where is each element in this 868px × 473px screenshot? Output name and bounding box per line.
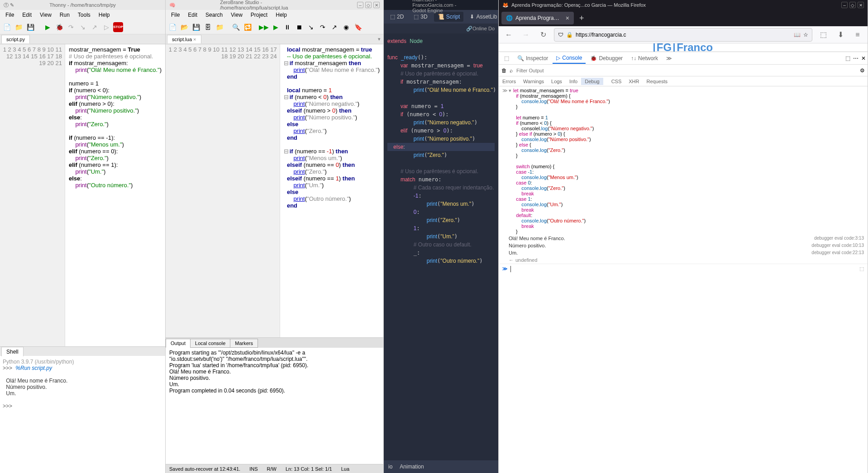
minimize-icon[interactable]: –: [357, 2, 363, 8]
thonny-code-editor[interactable]: 1 2 3 4 5 6 7 8 9 10 11 12 13 14 15 16 1…: [0, 44, 165, 346]
menu-file[interactable]: File: [2, 11, 18, 19]
reload-button[interactable]: ↻: [537, 28, 549, 41]
cat-info[interactable]: Info: [566, 78, 581, 85]
tab-markers[interactable]: Markers: [230, 339, 258, 348]
find-icon[interactable]: 🔍: [231, 22, 241, 32]
step-over-icon[interactable]: ↷: [318, 22, 328, 32]
minimize-icon[interactable]: –: [841, 2, 848, 8]
menu-run[interactable]: Run: [56, 11, 73, 19]
trash-icon[interactable]: 🗑: [501, 67, 507, 74]
tab-network[interactable]: ↑↓ Network: [627, 53, 662, 63]
devtools-close-icon[interactable]: ✕: [861, 55, 866, 61]
devtools-frames-icon[interactable]: ⬚: [845, 55, 850, 61]
pocket-icon[interactable]: ⬚: [817, 28, 830, 41]
tab-console[interactable]: ▷ Console: [553, 53, 586, 64]
stop-icon[interactable]: STOP: [113, 22, 123, 32]
devtools-picker-icon[interactable]: ⬚: [501, 53, 513, 63]
open-file-icon[interactable]: 📂: [179, 22, 189, 32]
tab-shell[interactable]: Shell: [1, 347, 24, 356]
menu-edit[interactable]: Edit: [184, 11, 201, 19]
godot-docs-link[interactable]: 🔗 Online Do: [384, 24, 498, 33]
cat-xhr[interactable]: XHR: [625, 78, 643, 85]
menu-project[interactable]: Project: [247, 11, 271, 19]
bookmark-star-icon[interactable]: ☆: [803, 32, 808, 38]
save-icon[interactable]: 💾: [191, 22, 201, 32]
save-all-icon[interactable]: 🗄: [203, 22, 213, 32]
menu-view[interactable]: View: [227, 11, 246, 19]
save-icon[interactable]: 💾: [25, 22, 35, 32]
back-button[interactable]: ←: [502, 28, 515, 41]
bookmark-icon[interactable]: 🔖: [353, 22, 363, 32]
tab-local-console[interactable]: Local console: [190, 339, 230, 348]
tab-assetlib[interactable]: ⬇ AssetLib: [466, 12, 501, 22]
menu-file[interactable]: File: [167, 11, 183, 19]
tab-script[interactable]: 📜 Script: [434, 12, 464, 22]
tab-animation[interactable]: Animation: [400, 464, 424, 470]
step-out-icon[interactable]: ↗: [329, 22, 339, 32]
cat-warnings[interactable]: Warnings: [520, 78, 548, 85]
toggle-bp-icon[interactable]: ◉: [341, 22, 351, 32]
browser-tab[interactable]: 🌐 Aprenda Programação: Opera ×: [501, 12, 574, 24]
console-input-row[interactable]: ≫ ⬚: [499, 264, 868, 274]
menu-tools[interactable]: Tools: [74, 11, 94, 19]
multiline-toggle-icon[interactable]: ⬚: [859, 266, 864, 272]
cat-logs[interactable]: Logs: [548, 78, 566, 85]
tab-menu-icon[interactable]: ▾: [378, 36, 381, 42]
app-menu-icon[interactable]: ≡: [851, 28, 864, 41]
tab-inspector[interactable]: 🔍 Inspector: [514, 53, 552, 63]
forward-button[interactable]: →: [520, 28, 532, 41]
zerobrane-output[interactable]: Program starting as '"/opt/zbstudio/bin/…: [166, 348, 383, 464]
break-icon[interactable]: ⏸: [282, 22, 292, 32]
collapse-caret-icon[interactable]: ▾: [509, 88, 511, 234]
menu-help[interactable]: Help: [272, 11, 291, 19]
cat-errors[interactable]: Errors: [499, 78, 520, 85]
replace-icon[interactable]: 🔁: [243, 22, 253, 32]
cat-requests[interactable]: Requests: [643, 78, 671, 85]
tab-close-icon[interactable]: ×: [193, 37, 196, 42]
run-icon[interactable]: ▶▶: [259, 22, 269, 32]
close-icon[interactable]: ✕: [858, 2, 864, 8]
tab-2d[interactable]: ⬚ 2D: [386, 12, 407, 22]
tab-overflow-icon[interactable]: ≫: [663, 53, 676, 63]
devtools-more-icon[interactable]: ⋯: [853, 55, 858, 61]
filter-input[interactable]: [515, 67, 857, 74]
cat-debug[interactable]: Debug: [581, 78, 603, 85]
step-into-icon[interactable]: ↘: [78, 22, 88, 32]
menu-search[interactable]: Search: [202, 11, 226, 19]
downloads-icon[interactable]: ⬇: [834, 28, 847, 41]
cat-css[interactable]: CSS: [608, 78, 625, 85]
reader-icon[interactable]: 📖: [794, 32, 801, 38]
thonny-code[interactable]: mostrar_mensagem = True # Uso de parênte…: [65, 44, 165, 346]
zerobrane-code[interactable]: local mostrar_mensagem = true -- Uso de …: [280, 44, 383, 337]
shield-icon[interactable]: 🛡: [558, 32, 563, 38]
new-tab-button[interactable]: +: [577, 14, 587, 23]
step-out-icon[interactable]: ↗: [90, 22, 100, 32]
menu-view[interactable]: View: [36, 11, 55, 19]
maximize-icon[interactable]: ◇: [365, 2, 372, 8]
tab-close-icon[interactable]: ×: [566, 14, 569, 22]
resume-icon[interactable]: ▷: [101, 22, 111, 32]
run-icon[interactable]: ▶: [43, 22, 52, 32]
menu-help[interactable]: Help: [95, 11, 114, 19]
step-over-icon[interactable]: ↷: [66, 22, 76, 32]
settings-gear-icon[interactable]: ⚙: [860, 67, 865, 74]
tab-debugger[interactable]: 🐞 Debugger: [587, 53, 626, 63]
project-dir-icon[interactable]: 📁: [215, 22, 224, 32]
open-file-icon[interactable]: 📁: [14, 22, 24, 32]
step-into-icon[interactable]: ↘: [306, 22, 316, 32]
lock-icon[interactable]: 🔒: [566, 32, 573, 38]
tab-io[interactable]: io: [388, 464, 392, 470]
tab-script-py[interactable]: script.py: [1, 35, 30, 43]
start-debug-icon[interactable]: ▶: [271, 22, 281, 32]
menu-edit[interactable]: Edit: [19, 11, 35, 19]
maximize-icon[interactable]: ◇: [849, 2, 856, 8]
tab-output[interactable]: Output: [166, 339, 191, 348]
debug-icon[interactable]: 🐞: [54, 22, 64, 32]
input-caret-icon[interactable]: ≫: [502, 88, 509, 234]
tab-3d[interactable]: ⬚ 3D: [410, 12, 431, 22]
thonny-shell-content[interactable]: Python 3.9.7 (/usr/bin/python) >>> %Run …: [0, 356, 165, 473]
stop-debug-icon[interactable]: ⏹: [294, 22, 304, 32]
godot-code-editor[interactable]: extends Node func _ready(): var mostrar_…: [384, 33, 498, 460]
close-icon[interactable]: ✕: [373, 2, 380, 8]
console-output[interactable]: ≫ ▾ let mostrar_mensagem = true if (most…: [499, 86, 868, 473]
